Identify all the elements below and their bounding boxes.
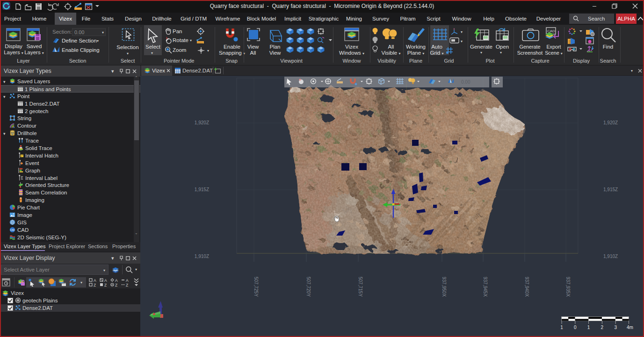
svg-text:4m: 4m (627, 325, 633, 330)
svg-text:2: 2 (601, 325, 604, 330)
svg-text:0.00: 0.00 (461, 79, 470, 85)
svg-text:A: A (126, 278, 129, 283)
svg-text:A: A (104, 278, 107, 283)
svg-text:1,910Z: 1,910Z (195, 254, 209, 259)
svg-text:1,920Z: 1,920Z (603, 120, 618, 125)
svg-text:Z: Z (94, 283, 96, 287)
svg-text:1,920Z: 1,920Z (195, 120, 209, 125)
svg-text:1: 1 (587, 325, 590, 330)
svg-text:Z: Z (115, 283, 117, 287)
svg-text:507,720Y: 507,720Y (306, 277, 311, 297)
svg-text:1: 1 (560, 325, 563, 330)
svg-text:507,725Y: 507,725Y (253, 277, 259, 297)
svg-text:937,940X: 937,940X (524, 277, 529, 297)
svg-text:1,915Z: 1,915Z (603, 187, 618, 192)
svg-text:937,945X: 937,945X (483, 277, 488, 297)
svg-text:1,910Z: 1,910Z (603, 254, 618, 259)
svg-text:Z: Z (104, 283, 107, 287)
svg-text:CAD: CAD (547, 29, 555, 33)
svg-text:507,715Y: 507,715Y (358, 277, 363, 297)
svg-text:937,935X: 937,935X (565, 277, 571, 297)
svg-text:A: A (94, 278, 96, 283)
svg-text:A: A (115, 278, 118, 283)
svg-text:3: 3 (614, 325, 617, 330)
svg-text:Z: Z (126, 283, 128, 287)
svg-text:0: 0 (574, 325, 577, 330)
svg-text:937,950X: 937,950X (441, 277, 447, 297)
svg-text:1,915Z: 1,915Z (195, 187, 209, 192)
